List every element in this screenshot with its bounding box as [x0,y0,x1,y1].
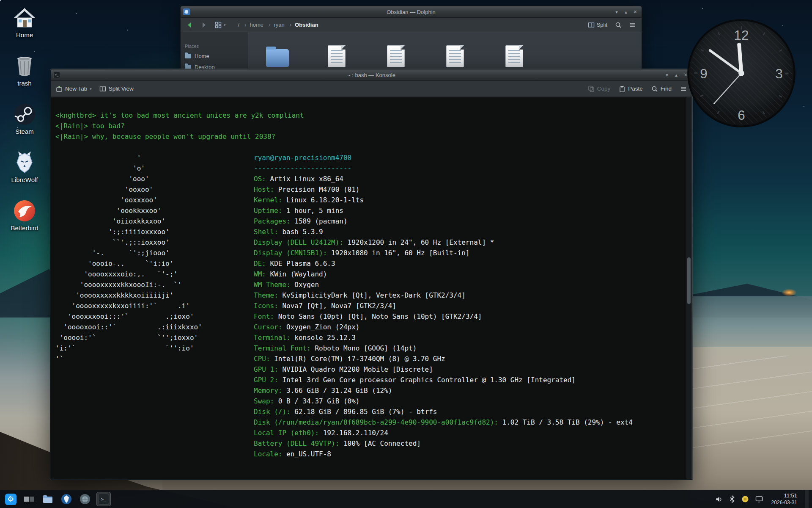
fetch-line: Font:Noto Sans (10pt) [Qt], Noto Sans (1… [254,311,633,322]
breadcrumb-item[interactable]: home [240,21,264,29]
fetch-line: Icons:Nova7 [Qt], Nova7 [GTK2/3/4] [254,301,633,311]
fetch-value: KDE Plasma 6.6.3 [270,260,335,268]
find-button[interactable]: Find [651,86,672,92]
paste-button[interactable]: Paste [619,86,643,92]
fetch-label: Terminal: [254,334,291,342]
file-item[interactable] [443,44,467,69]
new-tab-icon [56,86,63,92]
system-tray: 11:51 2026-03-31 [715,492,801,505]
fetch-value: 3.66 GiB / 31.24 GiB (12%) [286,387,392,395]
irc-line: <|Rain|> why, because people won't upgra… [55,131,304,142]
split-button[interactable]: Split [586,20,609,30]
minimize-button[interactable]: ▾ [613,8,620,16]
irc-line: <|Rain|> too bad? [55,121,304,131]
taskbar-clock[interactable]: 11:51 2026-03-31 [771,492,797,505]
fetch-line: Disk (/run/media/ryan/8f689bcb-a299-4e90… [254,417,633,428]
app-launcher-button[interactable]: ⚙ [3,492,18,506]
fetch-value: 1 hour, 5 mins [286,207,343,215]
search-button[interactable] [613,20,624,30]
new-tab-button[interactable]: New Tab ▾ [56,86,92,92]
maximize-button[interactable]: ▴ [622,8,630,16]
trash-icon [13,54,36,78]
breadcrumb-item[interactable]: Obsidian [285,21,319,29]
fetch-line: ------------------------ [254,163,633,174]
fetch-label: Local IP (eth0): [254,429,319,437]
fetch-label: Swap: [254,397,274,405]
icons-view-icon [215,22,222,28]
split-view-label: Split View [109,86,134,92]
terminal-area[interactable]: <knghtbrd> it's too bad most ancient uni… [51,97,691,479]
fetch-label: OS: [254,175,266,183]
file-item[interactable] [502,44,527,69]
desktop-icon-label: Steam [5,128,44,135]
close-button[interactable]: ✕ [631,8,639,16]
fetch-label: ------------------------ [254,164,351,172]
breadcrumb-item[interactable]: / [237,21,241,29]
home-icon [13,6,36,30]
volume-icon[interactable] [715,495,723,503]
show-desktop-button[interactable] [805,490,809,508]
fetch-value: 0 B / 34.37 GiB (0%) [278,397,360,405]
web-browser-launcher[interactable] [78,492,92,506]
app-launcher-icon: ⚙ [5,494,16,505]
librewolf-launcher[interactable] [59,492,74,506]
desktop-icon-librewolf[interactable]: LibreWolf [5,151,44,183]
copy-button[interactable]: Copy [588,86,611,92]
fetch-value: Intel(R) Core(TM) i7-3740QM (8) @ 3.70 G… [274,355,445,363]
desktop-icon-steam[interactable]: Steam [5,102,44,135]
file-item[interactable] [265,44,290,69]
desktop-icon-label: trash [5,80,44,87]
minimize-button[interactable]: ▾ [663,71,671,79]
dolphin-app-icon [183,8,190,15]
fetch-line: Cursor:Oxygen_Zion (24px) [254,322,633,332]
view-mode-button[interactable]: ▾ [213,20,228,30]
fetch-line: Display (DELL U2412M):812x508 in 24", … [254,237,633,248]
dolphin-titlebar[interactable]: Obsidian — Dolphin ▾ ▴ ✕ [181,6,642,18]
breadcrumb-item[interactable]: ryan [264,21,285,29]
konsole-titlebar[interactable]: >_ ~ : bash — Konsole ▾ ▴ ✕ [51,69,692,81]
fetch-value: Linux 6.18.20-1-lts [286,196,364,204]
desktop-icon-home[interactable]: Home [5,6,44,39]
file-glyph-icon [266,49,289,67]
hour-hand [739,44,741,73]
clock-time: 11:51 [771,492,797,499]
network-icon[interactable] [755,495,763,503]
copy-icon [588,86,595,92]
window-title: Obsidian — Dolphin [181,9,642,15]
fetch-value: Oxygen [294,281,319,289]
konsole-task-button[interactable]: >_ [96,492,111,506]
file-manager-launcher[interactable] [41,492,55,506]
fetch-label: Display (DELL U2412M): [254,238,343,246]
split-view-button[interactable]: Split View [99,86,134,92]
desktop-icon-trash[interactable]: trash [5,54,44,87]
bluetooth-icon[interactable] [729,495,735,503]
dropdown-arrow-icon: ▾ [90,87,92,91]
menu-button[interactable] [627,20,638,30]
split-icon [588,22,595,28]
desktop-icon-betterbird[interactable]: Betterbird [5,199,44,232]
maximize-button[interactable]: ▴ [672,71,680,79]
forward-icon [200,22,207,28]
forward-button[interactable] [198,20,209,30]
fetch-label: Icons: [254,302,278,310]
back-button[interactable] [184,20,195,30]
pager-icon [24,495,35,503]
fetch-line: ryan@ryan-precisionm4700 [254,152,633,163]
places-row[interactable]: Home [181,50,248,61]
fetch-value: 1920x1080 in 16", 60 Hz [Built-in] [331,249,470,257]
close-button[interactable]: ✕ [682,71,689,79]
file-item[interactable] [324,44,349,69]
fetch-label: GPU 2: [254,376,278,384]
fetch-value: 812x508 in 24", 60 Hz [External] * [348,238,494,246]
fetch-value: bash 5.3.9 [282,228,323,236]
file-item[interactable] [384,44,408,69]
clipboard-tray-icon[interactable] [741,495,749,503]
fetch-label: Disk (/run/media/ryan/8f689bcb-a299-4e90… [254,418,498,426]
virtual-desktop-pager[interactable] [22,492,36,506]
stars [0,0,1,1]
scrollbar-thumb[interactable] [687,257,691,304]
fetch-label: Kernel: [254,196,282,204]
file-glyph-icon [505,45,523,67]
new-tab-label: New Tab [65,86,87,92]
terminal-scrollbar[interactable] [686,97,691,479]
